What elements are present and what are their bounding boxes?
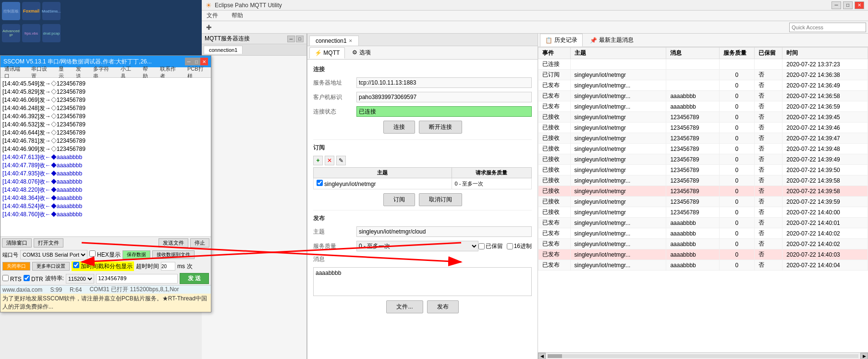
connect-button[interactable]: 连接 [383, 121, 415, 134]
pub-hex-checkbox[interactable] [507, 243, 513, 249]
close-button[interactable]: ✕ [855, 1, 864, 9]
menu-help[interactable]: 帮助 [229, 11, 246, 21]
options-tab[interactable]: ⚙ 选项 [347, 46, 376, 59]
publish-button[interactable]: 发布 [427, 300, 459, 313]
status-r64: R:64 [70, 286, 82, 293]
cell-time: 2020-07-22 14:36:49 [782, 80, 868, 91]
hex-display-checkbox[interactable] [89, 250, 96, 257]
table-row: 已发布singleyun/iot/netmgr...aaaabbbb0否2020… [538, 218, 868, 228]
dtr-checkbox[interactable] [24, 275, 30, 281]
publish-section: 发布 主题 服务质量 0 - 至多一次 已保留 [313, 210, 532, 313]
port-select[interactable]: COM31 USB Serial Port [20, 250, 87, 260]
sub-checkbox[interactable] [317, 180, 323, 186]
table-row: 已接收singleyun/iot/netmgr...1234567890否202… [538, 175, 868, 186]
scroll-left-btn[interactable]: ◀ [538, 353, 546, 359]
history-scrollbar[interactable]: ◀ ▶ [538, 352, 868, 359]
log-line: [14:40:47.613]收←◆aaaabbbb [2, 153, 209, 161]
stop-btn[interactable]: 停止 [190, 238, 209, 248]
client-input[interactable] [356, 92, 532, 102]
send-button[interactable]: 发 送 [180, 273, 209, 284]
timeout-input[interactable] [161, 262, 175, 271]
taskbar-icon-dnat[interactable]: dnat:pcap [42, 24, 61, 42]
unsubscribe-button[interactable]: 取消订阅 [419, 193, 462, 206]
rts-text: RTS [10, 276, 22, 283]
timestamp-checkbox[interactable] [73, 262, 79, 268]
cell-topic: singleyun/iot/netmgr [570, 70, 666, 80]
clear-window-btn[interactable]: 清除窗口 [2, 238, 32, 248]
eclipse-titlebar-left: ☀ Eclipse Paho MQTT Utility [206, 1, 282, 9]
connection1-tab-close[interactable]: ✕ [349, 38, 353, 43]
mqtt-server-title: MQTT服务器连接 [205, 35, 250, 43]
sscom-log[interactable]: [14:40:45.549]发→◇123456789[14:40:45.829]… [0, 78, 211, 236]
disconnect-button[interactable]: 断开连接 [419, 121, 462, 134]
sub-remove-btn[interactable]: ✕ [325, 156, 334, 165]
pub-message-textarea[interactable]: aaaabbbb [313, 267, 532, 296]
cell-topic: singleyun/iot/netmgr... [570, 260, 666, 271]
pub-qos-select[interactable]: 0 - 至多一次 [356, 241, 478, 251]
cell-event: 已发布 [538, 80, 571, 91]
pub-topic-input[interactable] [356, 226, 532, 237]
cell-time: 2020-07-22 14:40:04 [782, 260, 868, 271]
send-input[interactable] [96, 274, 178, 284]
history-icon: 📋 [545, 37, 552, 44]
recv-file-btn[interactable]: 接收数据到文件 [152, 250, 195, 259]
log-line: [14:40:46.532]发→◇123456789 [2, 121, 209, 129]
cell-time: 2020-07-22 14:39:47 [782, 133, 868, 144]
cell-retained: 否 [754, 70, 782, 80]
history-tabs: 📋 历史记录 📌 最新主题消息 [538, 34, 868, 47]
publish-buttons: 文件... 发布 [313, 300, 532, 313]
file-button[interactable]: 文件... [386, 300, 423, 313]
cell-retained: 否 [754, 112, 782, 123]
pub-retain-checkbox[interactable] [478, 243, 485, 249]
new-button[interactable]: ✚ [204, 22, 214, 33]
status-row: 连接状态 [313, 106, 532, 117]
log-line: [14:40:45.549]发→◇123456789 [2, 80, 209, 88]
eclipse-titlebar: ☀ Eclipse Paho MQTT Utility ─ □ ✕ [202, 0, 868, 11]
cell-topic: singleyun/iot/netmgr [570, 123, 666, 133]
taskbar-icon-modsims-label: ModSims... [42, 9, 61, 13]
taskbar-icon-advancedip[interactable]: Advanced IP [2, 24, 20, 42]
quick-access-input[interactable] [789, 23, 866, 32]
mqtt-tab[interactable]: ⚡ MQTT [309, 47, 345, 59]
taskbar-icon-frps[interactable]: frps.vbs [22, 24, 40, 42]
rts-checkbox[interactable] [2, 275, 9, 281]
server-input[interactable] [356, 77, 532, 88]
send-file-btn[interactable]: 发送文件 [159, 238, 188, 248]
taskbar-icon-control[interactable]: 控制面板 [2, 2, 20, 20]
taskbar-icon-foxmail[interactable]: Foxmail [22, 2, 40, 20]
connection1-tab[interactable]: connection1 [204, 46, 243, 54]
cell-topic: singleyun/iot/netmgr [570, 207, 666, 218]
cell-retained: 否 [754, 80, 782, 91]
options-tab-label: 选项 [359, 49, 371, 56]
panel-minimize-btn[interactable]: ─ [287, 36, 295, 42]
latest-topic-tab[interactable]: 📌 最新主题消息 [585, 34, 639, 47]
cell-retained: 否 [754, 91, 782, 101]
menu-file[interactable]: 文件 [204, 11, 221, 21]
close-port-btn[interactable]: 关闭串口 [2, 262, 30, 271]
publish-section-title: 发布 [313, 214, 532, 223]
table-row: 已连接2020-07-22 13:37:23 [538, 59, 868, 70]
log-line: [14:40:47.789]收←◆aaaabbbb [2, 161, 209, 170]
connection1-main-tab[interactable]: connection1 ✕ [309, 36, 359, 46]
baud-select[interactable]: 115200 [66, 274, 94, 284]
subscribe-button[interactable]: 订阅 [383, 193, 415, 206]
panel-close-btn[interactable]: □ [296, 36, 304, 42]
pub-message-label: 消息 [313, 255, 356, 263]
history-tab[interactable]: 📋 历史记录 [540, 34, 583, 47]
taskbar: 控制面板 Foxmail ModSims... Advanced IP frps… [0, 0, 202, 55]
table-row: 已接收singleyun/iot/netmgr1234567890否2020-0… [538, 112, 868, 123]
more-port-btn[interactable]: 更多串口设置 [32, 262, 70, 271]
history-panel: 📋 历史记录 📌 最新主题消息 事件 主题 消息 服务质量 [538, 34, 868, 359]
maximize-button[interactable]: □ [843, 1, 853, 9]
sub-add-btn[interactable]: + [313, 156, 323, 165]
taskbar-icon-modsims[interactable]: ModSims... [42, 2, 61, 20]
open-file-btn[interactable]: 打开文件 [34, 238, 63, 248]
cell-event: 已接收 [538, 175, 571, 186]
history-content[interactable]: 事件 主题 消息 服务质量 已保留 时间 已连接2020-07-22 13:37… [538, 47, 868, 352]
scroll-right-btn[interactable]: ▶ [860, 353, 868, 359]
cell-topic: singleyun/iot/netmgr [570, 197, 666, 207]
mqtt-content: 连接 服务器地址 客户机标识 连接状态 连接 断开连接 [307, 60, 538, 359]
sub-edit-btn[interactable]: ✎ [336, 156, 346, 165]
minimize-button[interactable]: ─ [831, 1, 841, 9]
save-data-btn[interactable]: 保存数据 [122, 250, 150, 259]
